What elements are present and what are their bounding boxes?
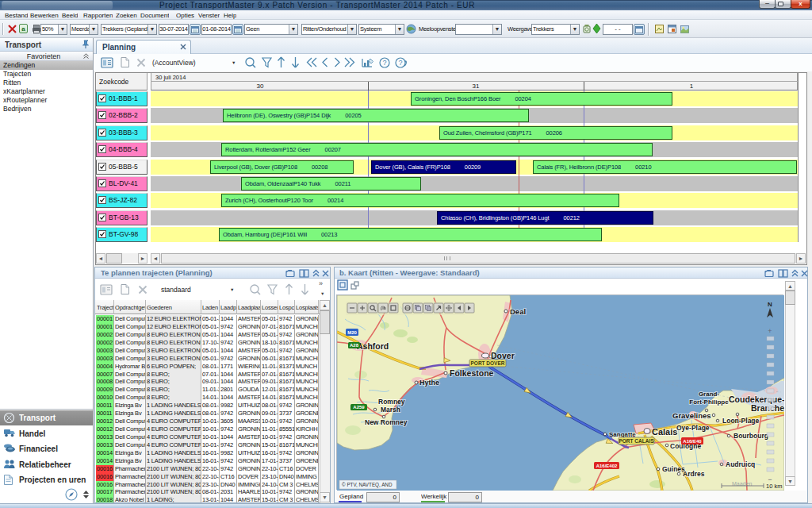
svg-text:Audruicq: Audruicq [726,460,755,468]
svg-text:+: + [768,327,772,335]
svg-text:Bourbourg: Bourbourg [733,432,768,440]
svg-text:Calais: Calais [652,427,677,437]
svg-text:A16/E402: A16/E402 [596,464,618,468]
svg-text:Romney: Romney [378,398,405,406]
svg-text:PORT DOVER: PORT DOVER [471,360,505,366]
svg-text:Grand-: Grand- [699,391,720,398]
svg-text:Deal: Deal [510,307,526,316]
svg-text:?: ? [382,59,386,67]
svg-text:A259: A259 [353,405,365,410]
svg-text:?: ? [398,59,402,67]
svg-text:© PTV, NAVTEQ, AND: © PTV, NAVTEQ, AND [342,482,393,488]
svg-text:Hythe: Hythe [419,379,439,387]
svg-text:Fort-Philippe: Fort-Philippe [689,398,729,406]
svg-text:Folkestone: Folkestone [450,368,494,378]
svg-text:Loon-Plage: Loon-Plage [722,417,760,425]
svg-text:Ardres: Ardres [683,470,705,478]
svg-text:A16/E40: A16/E40 [683,439,702,444]
svg-text:New Romney: New Romney [365,418,408,426]
svg-text:M20: M20 [347,330,357,335]
svg-text:Dover: Dover [491,351,515,360]
svg-text:Guines: Guines [662,465,685,473]
svg-text:N: N [768,301,772,308]
svg-text:Ashford: Ashford [357,341,389,351]
svg-text:A28: A28 [350,343,359,348]
svg-text:Marsh: Marsh [381,406,400,414]
svg-text:10 km: 10 km [766,483,782,490]
svg-text:Oye-Plage: Oye-Plage [676,424,710,432]
svg-text:PORT CALAIS: PORT CALAIS [619,438,654,444]
svg-text:Gravelines: Gravelines [672,411,711,420]
